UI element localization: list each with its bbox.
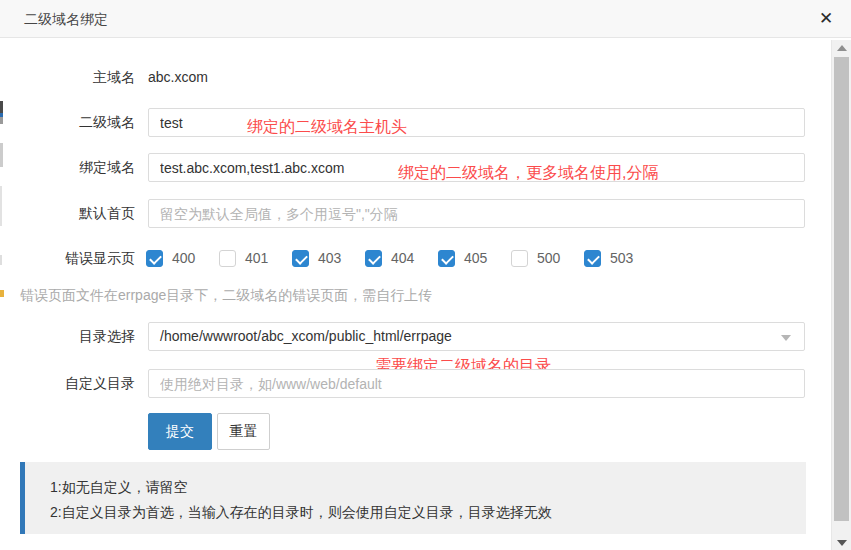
checkbox-item-500: 500 bbox=[511, 249, 563, 267]
main-domain-row: 主域名 abc.xcom bbox=[0, 66, 820, 88]
dialog-title: 二级域名绑定 bbox=[24, 0, 108, 38]
error-pages-row: 错误显示页 400 401 403 404 405 bbox=[0, 249, 820, 267]
dir-select-row: 目录选择 /home/wwwroot/abc_xcom/public_html/… bbox=[0, 322, 820, 351]
default-index-row: 默认首页 bbox=[0, 199, 820, 228]
note-line-1: 1:如无自定义，请留空 bbox=[50, 475, 806, 500]
submit-button[interactable]: 提交 bbox=[148, 413, 212, 450]
checkbox-405-label: 405 bbox=[464, 249, 490, 267]
subdomain-row: 二级域名 绑定的二级域名主机头 bbox=[0, 108, 820, 137]
directory-select-value: /home/wwwroot/abc_xcom/public_html/errpa… bbox=[160, 328, 452, 344]
checkbox-404[interactable] bbox=[365, 250, 382, 267]
checkbox-400-label: 400 bbox=[172, 249, 198, 267]
scrollbar[interactable] bbox=[831, 40, 851, 550]
directory-select[interactable]: /home/wwwroot/abc_xcom/public_html/errpa… bbox=[148, 322, 805, 351]
notes-box: 1:如无自定义，请留空 2:自定义目录为首选，当输入存在的目录时，则会使用自定义… bbox=[20, 462, 806, 534]
checkbox-item-401: 401 bbox=[219, 249, 271, 267]
checkbox-503[interactable] bbox=[584, 250, 601, 267]
scroll-down-button[interactable] bbox=[832, 534, 851, 550]
bind-domains-row: 绑定域名 绑定的二级域名，更多域名使用,分隔 bbox=[0, 153, 820, 182]
arrow-up-icon bbox=[837, 45, 847, 51]
error-pages-checkbox-group: 400 401 403 404 405 500 bbox=[146, 249, 657, 267]
checkbox-503-label: 503 bbox=[610, 249, 636, 267]
default-index-input[interactable] bbox=[148, 199, 805, 228]
bind-domains-label: 绑定域名 bbox=[0, 153, 135, 182]
chevron-down-icon bbox=[781, 335, 791, 341]
checkbox-500[interactable] bbox=[511, 250, 528, 267]
subdomain-input[interactable] bbox=[148, 108, 805, 137]
checkbox-item-405: 405 bbox=[438, 249, 490, 267]
main-domain-label: 主域名 bbox=[0, 66, 135, 88]
error-pages-note: 错误页面文件在errpage目录下，二级域名的错误页面，需自行上传 bbox=[20, 287, 432, 305]
checkbox-403-label: 403 bbox=[318, 249, 344, 267]
buttons-row: 提交 重置 bbox=[0, 413, 820, 450]
scrollbar-thumb[interactable] bbox=[834, 57, 849, 521]
checkbox-item-403: 403 bbox=[292, 249, 344, 267]
checkbox-item-404: 404 bbox=[365, 249, 417, 267]
checkbox-405[interactable] bbox=[438, 250, 455, 267]
custom-dir-label: 自定义目录 bbox=[0, 369, 135, 398]
note-line-2: 2:自定义目录为首选，当输入存在的目录时，则会使用自定义目录，目录选择无效 bbox=[50, 500, 806, 525]
main-domain-value: abc.xcom bbox=[148, 66, 208, 88]
close-icon[interactable]: ✕ bbox=[814, 7, 838, 31]
default-index-label: 默认首页 bbox=[0, 199, 135, 228]
checkbox-404-label: 404 bbox=[391, 249, 417, 267]
checkbox-401[interactable] bbox=[219, 250, 236, 267]
scroll-up-button[interactable] bbox=[832, 40, 851, 56]
checkbox-401-label: 401 bbox=[245, 249, 271, 267]
dir-select-label: 目录选择 bbox=[0, 322, 135, 351]
arrow-down-icon bbox=[837, 540, 847, 546]
subdomain-label: 二级域名 bbox=[0, 108, 135, 137]
checkbox-item-400: 400 bbox=[146, 249, 198, 267]
error-pages-label: 错误显示页 bbox=[0, 249, 135, 267]
checkbox-500-label: 500 bbox=[537, 249, 563, 267]
reset-button[interactable]: 重置 bbox=[217, 413, 270, 450]
dialog-body: 主域名 abc.xcom 二级域名 绑定的二级域名主机头 绑定域名 绑定的二级域… bbox=[0, 38, 831, 550]
custom-dir-input[interactable] bbox=[148, 369, 805, 398]
checkbox-403[interactable] bbox=[292, 250, 309, 267]
checkbox-400[interactable] bbox=[146, 250, 163, 267]
custom-dir-row: 自定义目录 bbox=[0, 369, 820, 398]
checkbox-item-503: 503 bbox=[584, 249, 636, 267]
dialog-header: 二级域名绑定 ✕ bbox=[0, 0, 851, 38]
bind-domains-input[interactable] bbox=[148, 153, 805, 182]
